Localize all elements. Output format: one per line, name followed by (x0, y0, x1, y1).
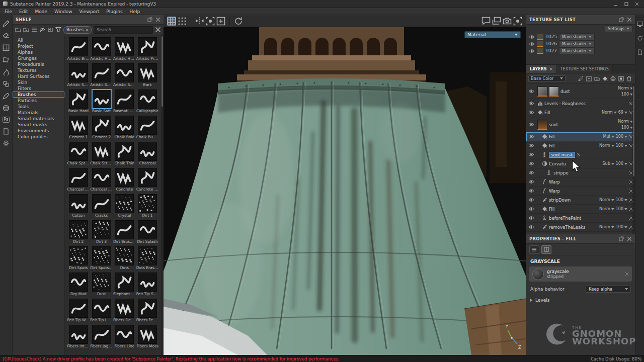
opacity-dropdown[interactable]: 69 (618, 110, 627, 115)
brush-item[interactable]: Dirt Spots (67, 246, 90, 272)
grayscale-resource[interactable]: grayscale stripped (529, 266, 632, 282)
layer-row[interactable]: FillNorm100 (526, 141, 635, 150)
brush-item[interactable]: Dust (90, 273, 113, 298)
settings-icon[interactable] (3, 140, 10, 147)
add-fill-layer-icon[interactable] (601, 75, 609, 82)
main-shader-button[interactable]: Main shader (559, 47, 595, 54)
close-tab-icon[interactable] (549, 67, 553, 71)
eraser-tool-icon[interactable] (3, 32, 10, 39)
blend-mode-dropdown[interactable]: Mul (603, 134, 614, 139)
snap-grid-icon[interactable] (167, 17, 176, 26)
layer-name[interactable]: Fill (549, 134, 602, 139)
shelf-category-smart-masks[interactable]: Smart masks (13, 122, 64, 128)
brush-item[interactable]: Dry Mud (67, 273, 90, 298)
brush-item[interactable]: Artistic Hea... (113, 37, 136, 62)
opacity-dropdown[interactable]: 100 (616, 225, 627, 229)
smudge-tool-icon[interactable] (3, 68, 10, 75)
close-button[interactable] (633, 1, 641, 7)
shelf-category-hard-surfaces[interactable]: Hard Surfaces (13, 73, 64, 79)
paint-brush-icon[interactable] (577, 75, 585, 82)
layer-visibility-icon[interactable] (528, 161, 534, 166)
layer-visibility-icon[interactable] (528, 198, 534, 202)
brush-item[interactable]: Concrete (113, 168, 136, 193)
shading-mode-dropdown[interactable]: Material (464, 31, 521, 38)
opacity-dropdown[interactable]: 100 (616, 161, 627, 166)
particles-tool-icon[interactable] (3, 105, 10, 112)
layer-visibility-icon[interactable] (528, 179, 534, 184)
visibility-toggle-icon[interactable] (529, 49, 535, 53)
viewport-3d-render[interactable]: Y Z (164, 27, 526, 355)
main-shader-button[interactable]: Main shader (559, 33, 595, 40)
resources-plugin-icon[interactable] (3, 128, 10, 135)
layer-row[interactable]: dustNorm100 (526, 84, 635, 99)
shelf-dock-icon[interactable] (637, 49, 643, 55)
hide-resources-icon[interactable] (39, 27, 45, 33)
layer-visibility-icon[interactable] (528, 134, 534, 139)
pivot-frame-icon[interactable] (206, 17, 215, 26)
shelf-category-all[interactable]: All (13, 37, 64, 43)
layer-name[interactable]: Curvatu (549, 161, 601, 166)
menu-plugins[interactable]: Plugins (103, 9, 126, 14)
brush-item[interactable]: Chalk Thin (113, 142, 136, 167)
list-view-icon[interactable] (31, 27, 37, 33)
blend-mode-dropdown[interactable]: Norm (599, 198, 614, 202)
menu-edit[interactable]: Edit (16, 9, 31, 14)
title-bar[interactable]: Substance Painter 2019.2.3 - Maintenance… (0, 0, 644, 8)
render-stack-icon[interactable] (492, 17, 501, 26)
close-panel-icon[interactable] (627, 17, 632, 22)
layers-scrollbar[interactable] (632, 84, 635, 234)
brush-item[interactable]: Chalk Strong (90, 142, 113, 167)
layer-row[interactable]: sootNorm100 (526, 117, 635, 132)
photoshop-plugin-icon[interactable]: Ps (3, 117, 10, 123)
main-shader-button[interactable]: Main shader (559, 40, 595, 47)
brush-item[interactable]: Artistic Soft... (113, 63, 136, 88)
layer-row[interactable]: Warp (526, 177, 635, 187)
clone-tool-icon[interactable] (3, 80, 10, 87)
blend-mode-dropdown[interactable]: Norm (599, 225, 614, 229)
layer-name[interactable]: stripDown (549, 198, 598, 203)
shelf-category-textures[interactable]: Textures (13, 67, 64, 73)
paint-tool-icon[interactable] (3, 20, 10, 27)
brush-item[interactable]: Basic Hard (67, 89, 90, 115)
brush-item[interactable]: Artistic Print (136, 37, 159, 62)
add-layer-icon[interactable] (585, 75, 593, 82)
clear-search-icon[interactable] (155, 27, 161, 33)
texture-set-row[interactable]: 1025Main shader (526, 33, 635, 40)
levels-section-toggle[interactable]: Levels (526, 294, 635, 307)
brush-item[interactable]: Fibers Feather (136, 299, 159, 324)
brush-item[interactable]: Dots (113, 246, 136, 272)
polygon-fill-tool-icon[interactable] (3, 56, 10, 63)
brush-item[interactable]: Artistic Brus... (67, 37, 90, 62)
projection-tool-icon[interactable] (3, 44, 10, 51)
filter-icon[interactable] (55, 27, 61, 33)
blend-mode-dropdown[interactable]: Sub (602, 161, 614, 166)
solo-column-icon[interactable] (538, 27, 544, 31)
brush-item[interactable]: Calligraphic (136, 89, 159, 115)
brush-item[interactable]: Fibers Line (113, 325, 136, 350)
add-mask-icon[interactable] (617, 75, 625, 82)
blend-mode-dropdown[interactable]: Norm (599, 143, 614, 148)
brush-item[interactable]: Dirt 3 (90, 220, 113, 245)
camera-icon[interactable] (503, 17, 512, 26)
brush-item[interactable]: Chalk Bumpy (136, 116, 159, 141)
brush-item[interactable]: Dots Erased (136, 246, 159, 272)
symmetry-icon[interactable] (195, 17, 204, 26)
close-panel-icon[interactable] (155, 17, 160, 22)
brush-item[interactable]: Fibers Jagged (90, 325, 113, 350)
brush-item[interactable]: Dirt Spots ... (90, 246, 113, 272)
layer-visibility-icon[interactable] (528, 143, 534, 148)
shelf-search-input[interactable] (94, 26, 153, 34)
history-icon[interactable] (637, 35, 643, 41)
filter-tag-brushes[interactable]: Brushes (63, 26, 92, 34)
shelf-category-alphas[interactable]: Alphas (13, 49, 64, 55)
alpha-behavior-dropdown[interactable]: Keep alpha (586, 286, 631, 293)
minimize-button[interactable] (612, 1, 620, 7)
expand-frame-icon[interactable] (216, 17, 225, 26)
comments-icon[interactable] (481, 17, 491, 26)
material-mode-tab[interactable] (529, 245, 539, 254)
layer-visibility-icon[interactable] (528, 170, 534, 175)
layer-name[interactable]: Warp (549, 189, 627, 194)
brush-item[interactable]: Dirt Brushed (113, 220, 136, 245)
menu-help[interactable]: Help (126, 9, 144, 14)
texture-set-settings-button[interactable]: Settings (605, 25, 632, 32)
